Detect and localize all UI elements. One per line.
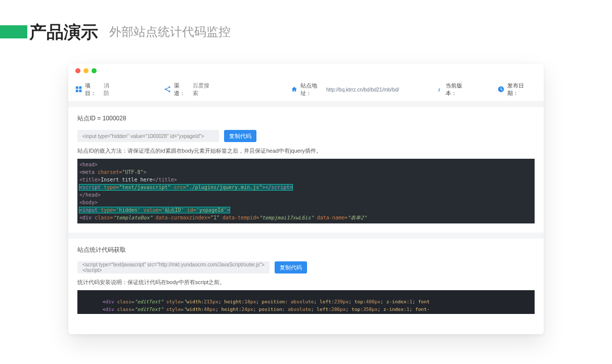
svg-rect-2 [76, 90, 78, 93]
close-dot-icon [75, 68, 80, 73]
info-version: i 当前版本： [436, 82, 475, 97]
share-icon [164, 86, 171, 93]
info-label: 当前版本： [446, 82, 472, 97]
clock-icon [498, 86, 504, 93]
copy-row: <script type="text/javascript" src="http… [77, 261, 535, 274]
code-snippet-input[interactable]: <script type="text/javascript" src="http… [77, 261, 270, 274]
info-channel: 渠道： 百度搜索 [164, 82, 213, 97]
window-control-bar [68, 64, 544, 78]
info-label: 项目： [85, 82, 101, 97]
min-dot-icon [83, 68, 89, 73]
panel-title: 站点ID = 1000028 [77, 114, 535, 123]
copy-button[interactable]: 复制代码 [224, 130, 256, 142]
info-value: http://bq.ktrrz.cn/bd/bd21/mb/bd/ [326, 87, 399, 93]
site-info-bar: 项目： 消防 渠道： 百度搜索 站点地址： http://bq.ktrrz.cn… [68, 78, 544, 101]
info-label: 渠道： [174, 82, 190, 97]
install-description: 统计代码安装说明：保证统计代码在body中所有script之前。 [77, 279, 535, 286]
svg-point-5 [168, 86, 170, 88]
panel-title: 站点统计代码获取 [77, 246, 535, 254]
grid-icon [75, 86, 82, 93]
code-snippet-input[interactable]: <input type="hidden" value="1000028" id=… [77, 130, 219, 142]
slide-title: 产品演示 [29, 23, 98, 40]
panel-site-id: 站点ID = 1000028 <input type="hidden" valu… [68, 107, 544, 233]
info-label: 发布日期： [507, 82, 534, 97]
copy-row: <input type="hidden" value="1000028" id=… [77, 130, 535, 142]
info-project: 项目： 消防 [75, 82, 114, 97]
svg-rect-3 [79, 90, 81, 93]
info-url: 站点地址： http://bq.ktrrz.cn/bd/bd21/mb/bd/ [291, 82, 399, 97]
svg-rect-1 [79, 86, 81, 89]
info-label: 站点地址： [300, 82, 323, 97]
screenshot-panel: 项目： 消防 渠道： 百度搜索 站点地址： http://bq.ktrrz.cn… [68, 64, 544, 334]
code-example-block: <head> <meta charset="UTF-8"> <title>Ins… [77, 159, 535, 223]
svg-point-4 [165, 88, 166, 90]
info-value: 百度搜索 [193, 82, 213, 97]
title-accent [0, 25, 27, 38]
max-dot-icon [92, 68, 97, 73]
embed-description: 站点ID的嵌入方法：请保证埋点的id紧跟在body元素开始标签之后，并且保证he… [77, 147, 535, 155]
panel-stat-code: 站点统计代码获取 <script type="text/javascript" … [68, 239, 544, 314]
info-date: 发布日期： [498, 82, 537, 97]
info-icon: i [436, 86, 443, 93]
info-value: 消防 [104, 82, 114, 97]
slide-title-bar: 产品演示 外部站点统计代码监控 [0, 0, 612, 40]
copy-button[interactable]: 复制代码 [275, 261, 307, 274]
slide-subtitle: 外部站点统计代码监控 [109, 24, 231, 40]
svg-rect-0 [76, 86, 78, 89]
svg-point-6 [168, 90, 170, 92]
home-icon [291, 86, 297, 93]
code-example-block-2: <div class="editText" style="width:215px… [77, 290, 535, 314]
